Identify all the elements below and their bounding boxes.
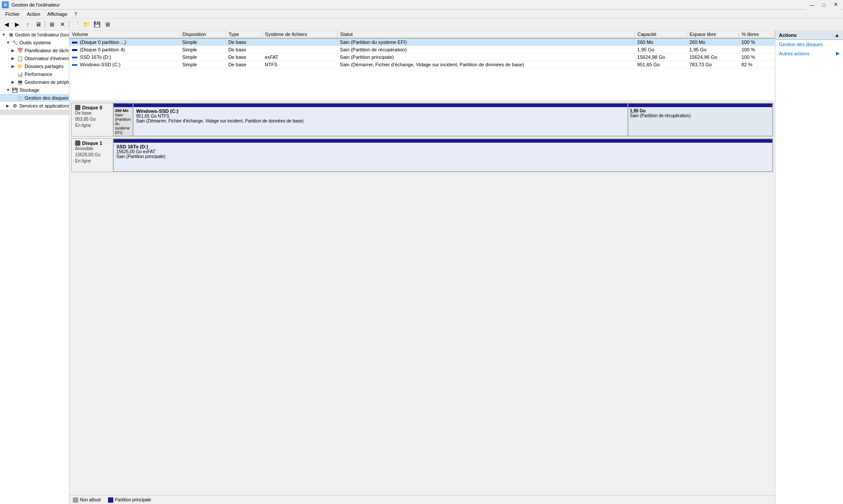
sidebar-services-label: Services et applications	[19, 103, 69, 108]
minimize-button[interactable]: —	[806, 0, 818, 10]
back-button[interactable]: ◀	[2, 20, 11, 29]
disk-1-part-ssd[interactable]: SSD 16To (D:) 15625,00 Go exFAT Sain (Pa…	[113, 139, 773, 172]
sidebar-outils-systeme[interactable]: ▼ 🔧 Outils système	[0, 39, 69, 47]
menu-bar: Fichier Action Affichage ?	[0, 10, 843, 18]
sidebar-gestion-disques-label: Gestion des disques	[25, 95, 68, 101]
cell-pct-0: 100 %	[739, 38, 775, 46]
legend-unalloced: Non alloué	[73, 497, 101, 503]
cell-type-3: De base	[226, 61, 262, 68]
menu-fichier[interactable]: Fichier	[2, 11, 23, 18]
col-disposition[interactable]: Disposition	[180, 31, 226, 38]
cell-type-0: De base	[226, 38, 262, 46]
cell-fs-2: exFAT	[262, 54, 337, 61]
sidebar-dossiers-label: Dossiers partagés	[25, 64, 64, 69]
sidebar-planificateur[interactable]: ▶ 📅 Planificateur de tâches	[0, 47, 69, 54]
planif-expand[interactable]: ▶	[11, 48, 16, 53]
toolbar: ◀ ▶ ↑ 🖥 ⊞ ✕ 📄 📁 💾 ⊞	[0, 18, 843, 31]
cell-free-0: 260 Mo	[687, 38, 739, 46]
title-bar-title: Gestion de l'ordinateur	[11, 2, 60, 7]
services-expand[interactable]: ▶	[6, 104, 11, 108]
sidebar-gestionnaire[interactable]: ▶ 💻 Gestionnaire de périphé...	[0, 78, 69, 86]
sidebar-performance-label: Performance	[25, 72, 52, 77]
cell-status-1: Sain (Partition de récupération)	[337, 46, 634, 54]
up-button[interactable]: ↑	[23, 20, 32, 29]
cell-pct-2: 100 %	[739, 54, 775, 61]
dossiers-expand[interactable]: ▶	[11, 64, 16, 68]
disk-0-partitions: 260 Mo Sain (Partition du système EFI) W…	[113, 103, 773, 136]
obs-expand[interactable]: ▶	[11, 56, 16, 61]
actions-gestion-disques[interactable]: Gestion des disques	[775, 40, 843, 49]
actions-autres[interactable]: Autres actions ▶	[775, 49, 843, 58]
volume-table: Volume Disposition Type Système de fichi…	[69, 31, 775, 68]
toolbar-btn-4[interactable]: 📁	[82, 20, 91, 29]
actions-autres-label: Autres actions	[779, 51, 810, 56]
sidebar-dossiers[interactable]: ▶ 📁 Dossiers partagés	[0, 62, 69, 70]
col-volume[interactable]: Volume	[69, 31, 180, 38]
menu-action[interactable]: Action	[23, 11, 44, 18]
sidebar-scrollbar[interactable]	[0, 110, 69, 115]
perf-icon: 📊	[17, 71, 23, 77]
disk-1-row: Disque 1 Amovible15625,00 GoEn ligne SSD…	[71, 138, 773, 172]
menu-affichage[interactable]: Affichage	[44, 11, 71, 18]
toolbar-btn-6[interactable]: ⊞	[103, 20, 112, 29]
volume-row-0[interactable]: (Disque 0 partition ...) Simple De base …	[69, 38, 775, 46]
actions-title: Actions	[779, 32, 796, 38]
disk-0-part-windows[interactable]: Windows-SSD (C:) 951,65 Go NTFS Sain (Dé…	[133, 103, 628, 136]
volume-row-3[interactable]: Windows-SSD (C:) Simple De base NTFS Sai…	[69, 61, 775, 68]
window-controls: — □ ✕	[806, 0, 841, 10]
col-type[interactable]: Type	[226, 31, 262, 38]
toolbar-btn-3[interactable]: 📄	[71, 20, 81, 29]
disk-0-part-efi[interactable]: 260 Mo Sain (Partition du système EFI)	[113, 103, 133, 136]
cell-status-0: Sain (Partition du système EFI)	[337, 38, 634, 46]
stockage-expand[interactable]: ▼	[6, 88, 11, 92]
legend-unalloc-box	[73, 497, 78, 503]
cell-type-1: De base	[226, 46, 262, 54]
sidebar-gestion-disques[interactable]: ▶ 💿 Gestion des disques	[0, 94, 69, 102]
disk-0-part-recovery[interactable]: 1,95 Go Sain (Partition de récupération)	[628, 103, 773, 136]
disk-0-info: De base953,85 GoEn ligne	[75, 110, 109, 129]
sidebar-performance[interactable]: ▶ 📊 Performance	[0, 70, 69, 78]
root-expand[interactable]: ▼	[2, 32, 6, 37]
col-capacite[interactable]: Capacité	[634, 31, 687, 38]
disk-1-partitions: SSD 16To (D:) 15625,00 Go exFAT Sain (Pa…	[113, 139, 773, 172]
disques-icon: 💿	[17, 95, 23, 101]
volume-row-1[interactable]: (Disque 0 partition 4) Simple De base Sa…	[69, 46, 775, 54]
volume-table-container: Volume Disposition Type Système de fichi…	[69, 31, 775, 101]
maximize-button[interactable]: □	[818, 0, 829, 10]
cell-volume-0: (Disque 0 partition ...)	[69, 38, 180, 46]
toolbar-btn-2[interactable]: ✕	[58, 20, 67, 29]
col-statut[interactable]: Statut	[337, 31, 634, 38]
close-button[interactable]: ✕	[830, 0, 841, 10]
sidebar-observateur[interactable]: ▶ 📋 Observateur d'événeme...	[0, 54, 69, 62]
gest-expand[interactable]: ▶	[11, 80, 16, 84]
menu-help[interactable]: ?	[71, 11, 80, 18]
planif-icon: 📅	[17, 47, 23, 54]
cell-fs-1	[262, 46, 337, 54]
content-wrapper: Volume Disposition Type Système de fichi…	[69, 31, 843, 504]
col-pct-libres[interactable]: % libres	[739, 31, 775, 38]
sidebar-stockage[interactable]: ▼ 💾 Stockage	[0, 86, 69, 94]
sidebar-observateur-label: Observateur d'événeme...	[25, 56, 69, 61]
disk-1-label: Disque 1 Amovible15625,00 GoEn ligne	[72, 139, 113, 172]
cell-pct-1: 100 %	[739, 46, 775, 54]
outils-expand[interactable]: ▼	[6, 40, 11, 45]
col-espace-libre[interactable]: Espace libre	[687, 31, 739, 38]
sidebar-root[interactable]: ▼ 🖥 Gestion de l'ordinateur (local)	[0, 31, 69, 39]
cell-volume-2: SSD 16To (D:)	[69, 54, 180, 61]
dossiers-icon: 📁	[17, 63, 23, 69]
actions-collapse-icon[interactable]: ▲	[835, 32, 839, 38]
col-fs[interactable]: Système de fichiers	[262, 31, 337, 38]
toolbar-btn-1[interactable]: ⊞	[47, 20, 57, 29]
sidebar-services[interactable]: ▶ ⚙ Services et applications	[0, 102, 69, 110]
disk-0-icon	[75, 105, 80, 110]
cell-capacity-3: 951,65 Go	[634, 61, 687, 68]
cell-fs-3: NTFS	[262, 61, 337, 68]
toolbar-separator-2	[69, 21, 69, 29]
volume-row-2[interactable]: SSD 16To (D:) Simple De base exFAT Sain …	[69, 54, 775, 61]
disk-0-row: Disque 0 De base953,85 GoEn ligne 260 Mo	[71, 103, 773, 137]
toolbar-btn-5[interactable]: 💾	[92, 20, 102, 29]
forward-button[interactable]: ▶	[12, 20, 22, 29]
actions-header: Actions ▲	[775, 31, 843, 40]
show-hide-tree-button[interactable]: 🖥	[33, 20, 43, 29]
computer-icon: 🖥	[7, 32, 14, 38]
